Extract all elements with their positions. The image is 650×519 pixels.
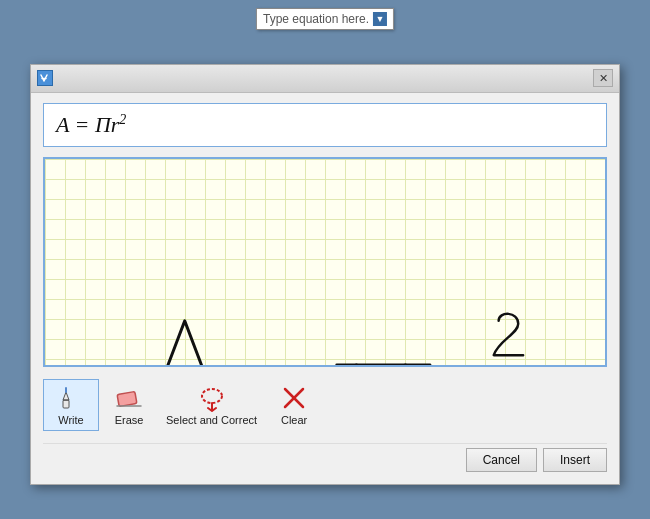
svg-rect-4 (117, 392, 137, 407)
equation-placeholder: Type equation here. (263, 12, 369, 26)
drawing-canvas[interactable] (43, 157, 607, 367)
lasso-icon (198, 384, 226, 412)
clear-tool-button[interactable]: Clear (266, 379, 322, 431)
equation-input-dropdown[interactable]: Type equation here. ▼ (256, 8, 394, 30)
svg-point-6 (202, 389, 222, 403)
insert-button[interactable]: Insert (543, 448, 607, 472)
recognized-equation: A = Πr2 (43, 103, 607, 147)
write-label: Write (58, 414, 83, 426)
erase-tool-button[interactable]: Erase (101, 379, 157, 431)
clear-label: Clear (281, 414, 307, 426)
select-correct-tool-button[interactable]: Select and Correct (159, 379, 264, 431)
pen-icon (57, 384, 85, 412)
dropdown-arrow-icon[interactable]: ▼ (373, 12, 387, 26)
eraser-icon (115, 384, 143, 412)
dialog-actions: Cancel Insert (43, 443, 607, 474)
math-input-dialog: ✕ A = Πr2 (30, 64, 620, 485)
svg-marker-1 (63, 392, 69, 400)
close-button[interactable]: ✕ (593, 69, 613, 87)
dialog-titlebar: ✕ (31, 65, 619, 93)
write-tool-button[interactable]: Write (43, 379, 99, 431)
cancel-button[interactable]: Cancel (466, 448, 537, 472)
dialog-icon (37, 70, 53, 86)
svg-rect-0 (63, 400, 69, 408)
tool-toolbar: Write Erase (43, 379, 607, 431)
select-correct-label: Select and Correct (166, 414, 257, 426)
erase-label: Erase (115, 414, 144, 426)
dialog-body: A = Πr2 (31, 93, 619, 484)
clear-icon (280, 384, 308, 412)
equation-text: A = Πr2 (56, 112, 126, 138)
